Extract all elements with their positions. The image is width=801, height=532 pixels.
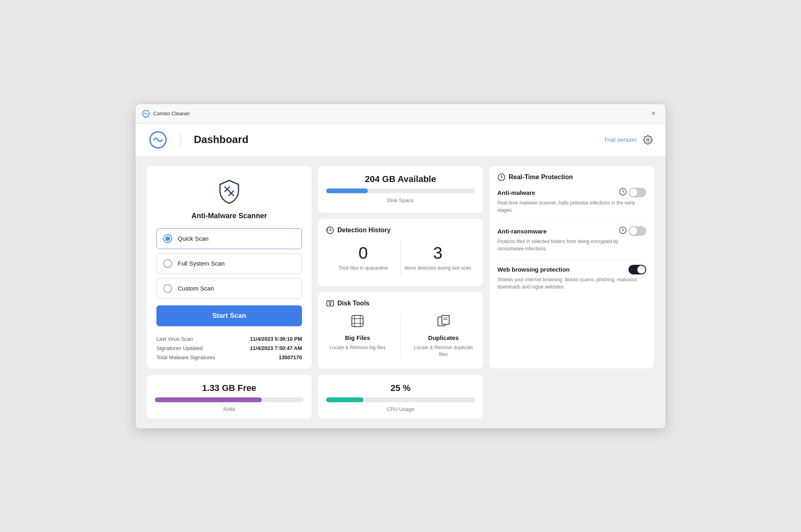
disk-space-value: 204 GB Available <box>365 174 436 184</box>
quarantine-count: 0 <box>359 245 368 262</box>
cpu-progress-fill <box>326 397 364 402</box>
scanner-panel: Anti-Malware Scanner Quick Scan Full Sys… <box>147 166 312 368</box>
cpu-progress-wrap <box>326 397 475 402</box>
disk-space-progress-wrap <box>326 188 475 193</box>
signatures-updated-label: Signatures Updated <box>156 345 203 351</box>
big-files-desc: Locate & Remove big files <box>330 344 386 351</box>
header-divider <box>181 133 181 147</box>
cpu-card: 25 % CPU Usage <box>318 375 483 419</box>
big-files-icon <box>350 314 365 331</box>
svg-line-3 <box>225 187 234 196</box>
header-logo: Dashboard <box>148 130 249 149</box>
anti-ransomware-name: Anti-ransomware <box>497 228 547 235</box>
anti-ransomware-toggle[interactable] <box>628 226 646 236</box>
protection-divider-2 <box>497 260 646 260</box>
clock-icon <box>497 173 505 181</box>
web-browsing-toggle-wrap <box>628 265 646 274</box>
header: Dashboard Trial version <box>136 124 665 156</box>
shield-icon <box>215 177 243 205</box>
main-content: Anti-Malware Scanner Quick Scan Full Sys… <box>136 156 665 428</box>
settings-button[interactable] <box>643 135 653 145</box>
scanner-title: Anti-Malware Scanner <box>156 212 302 220</box>
full-scan-radio <box>163 259 172 268</box>
anti-malware-item: Anti-malware Real-time malware <box>497 188 646 214</box>
total-signatures-value: 13507170 <box>279 354 302 360</box>
title-bar: Combo Cleaner × <box>136 104 665 124</box>
disk-space-progress-fill <box>326 188 368 193</box>
close-button[interactable]: × <box>648 108 659 119</box>
real-time-protection-panel: Real-Time Protection Anti-malware <box>489 166 654 368</box>
detection-stats: 0 Total files in quarantine 3 Items dete… <box>326 241 475 276</box>
anti-ransomware-header: Anti-ransomware <box>497 226 646 236</box>
full-scan-label: Full System Scan <box>178 260 225 267</box>
ram-label: RAM <box>224 406 235 412</box>
app-logo-icon <box>148 130 168 149</box>
web-browsing-toggle[interactable] <box>628 265 646 274</box>
detection-history-title: Detection History <box>337 227 390 234</box>
protection-header: Real-Time Protection <box>497 173 646 181</box>
disk-tools-panel: Disk Tools Big Files Locate & Remo <box>318 292 483 368</box>
detection-history-panel: Detection History 0 Total files in quara… <box>318 219 483 286</box>
total-signatures-row: Total Malware Signatures 13507170 <box>156 354 302 360</box>
web-browsing-toggle-knob <box>637 266 645 274</box>
protection-divider-1 <box>497 221 646 221</box>
gear-icon <box>643 135 653 145</box>
title-bar-text: Combo Cleaner <box>153 110 648 117</box>
cpu-value: 25 % <box>390 383 411 393</box>
quarantine-stat: 0 Total files in quarantine <box>326 241 400 276</box>
header-right: Trial version <box>604 135 653 145</box>
disk-tools-items: Big Files Locate & Remove big files <box>326 314 475 358</box>
ram-value: 1.33 GB Free <box>202 383 257 393</box>
anti-malware-toggle-wrap <box>619 188 646 198</box>
web-browsing-protection-item: Web browsing protection Shields your int… <box>497 265 646 291</box>
last-virus-scan-row: Last Virus Scan 11/4/2023 5:39:10 PM <box>156 336 302 342</box>
svg-point-2 <box>647 139 649 141</box>
full-system-scan-option[interactable]: Full System Scan <box>156 253 302 274</box>
scanner-icon-wrap <box>156 177 302 205</box>
signatures-updated-row: Signatures Updated 11/4/2023 7:50:47 AM <box>156 345 302 351</box>
duplicates-tool[interactable]: Duplicates Locate & Remove duplicate fil… <box>412 314 475 358</box>
trial-version-label: Trial version <box>604 136 637 143</box>
disk-space-label: Disk Space <box>387 197 414 203</box>
web-browsing-name: Web browsing protection <box>497 266 570 273</box>
cpu-label: CPU Usage <box>387 406 415 412</box>
anti-malware-name: Anti-malware <box>497 189 535 196</box>
duplicates-icon <box>436 314 451 331</box>
detected-count: 3 <box>433 245 442 262</box>
big-files-tool[interactable]: Big Files Locate & Remove big files <box>326 314 389 358</box>
signatures-updated-value: 11/4/2023 7:50:47 AM <box>250 345 302 351</box>
ram-progress-fill <box>155 397 262 402</box>
last-virus-scan-value: 11/4/2023 5:39:10 PM <box>250 336 302 342</box>
ram-progress-wrap <box>155 397 304 402</box>
detected-stat: 3 Items detected during last scan <box>400 241 475 276</box>
history-icon <box>326 226 334 234</box>
last-virus-scan-label: Last Virus Scan <box>156 336 193 342</box>
big-files-name: Big Files <box>345 334 370 341</box>
combo-cleaner-logo <box>142 110 150 118</box>
quick-scan-radio-fill <box>165 236 170 241</box>
anti-malware-desc: Real-time malware scanner, halts potenti… <box>497 199 646 214</box>
svg-rect-18 <box>442 315 449 324</box>
disk-icon <box>326 299 334 307</box>
quick-scan-radio <box>163 234 172 243</box>
detected-desc: Items detected during last scan <box>405 265 471 272</box>
start-scan-button[interactable]: Start Scan <box>156 305 302 326</box>
anti-malware-toggle[interactable] <box>628 188 646 197</box>
scan-info: Last Virus Scan 11/4/2023 5:39:10 PM Sig… <box>156 336 302 360</box>
disk-tools-divider <box>400 314 401 358</box>
ram-card: 1.33 GB Free RAM <box>147 375 312 419</box>
quick-scan-option[interactable]: Quick Scan <box>156 228 302 249</box>
duplicates-desc: Locate & Remove duplicate files <box>412 344 475 358</box>
web-browsing-header: Web browsing protection <box>497 265 646 274</box>
quarantine-desc: Total files in quarantine <box>339 265 388 272</box>
page-title: Dashboard <box>194 133 249 146</box>
anti-malware-toggle-icon <box>619 188 627 198</box>
detection-history-header: Detection History <box>326 226 475 234</box>
disk-tools-title: Disk Tools <box>337 300 370 307</box>
custom-scan-option[interactable]: Custom Scan <box>156 278 302 299</box>
protection-title: Real-Time Protection <box>509 174 573 181</box>
svg-rect-12 <box>352 315 363 327</box>
disk-space-card: 204 GB Available Disk Space <box>318 166 483 213</box>
svg-point-11 <box>329 303 331 305</box>
web-browsing-desc: Shields your internet browsing: blocks s… <box>497 276 646 291</box>
